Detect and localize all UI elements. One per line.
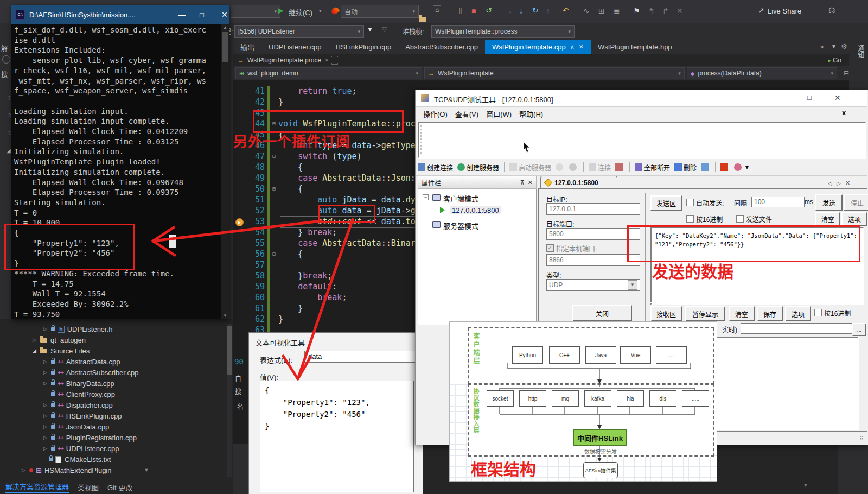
tcp-title-bar[interactable]: TCP&UDP测试工具 - [127.0.0.1:5800] — □ ✕ xyxy=(416,90,867,107)
type-combo-arrow-icon[interactable]: ▼ xyxy=(628,280,637,290)
notifications-side-tab[interactable]: 通知 xyxy=(856,45,865,58)
code-line[interactable]: 50⊟ { xyxy=(243,183,430,194)
properties-close-icon[interactable]: ✕ xyxy=(528,179,533,186)
auto-send-checkbox[interactable] xyxy=(686,199,694,206)
solution-scrollbar-thumb[interactable] xyxy=(227,326,232,375)
send-button[interactable]: 发送 xyxy=(815,194,843,211)
tcp-toolbar-new-connection[interactable]: 创建连接 xyxy=(418,163,453,172)
pin-icon[interactable]: ⊼ xyxy=(520,179,525,186)
editor-tab[interactable]: UDPListener.cpp xyxy=(261,40,329,54)
recv-clear-button[interactable]: 清空 xyxy=(729,306,755,321)
toolbar-combo-empty[interactable]: ▾ xyxy=(231,5,280,18)
expression-input[interactable]: data xyxy=(304,351,419,363)
expander-icon[interactable]: ▷ xyxy=(43,424,51,429)
menu-o[interactable]: 操作(O) xyxy=(423,109,448,119)
code-line[interactable]: 48 { xyxy=(243,162,430,173)
send-file-checkbox[interactable] xyxy=(736,215,744,223)
tcp-toolbar-delete[interactable]: 删除 xyxy=(674,163,697,172)
code-line[interactable]: 41 return true; xyxy=(243,86,430,97)
frame-bar-dropdown-icon[interactable]: ▾ xyxy=(326,58,328,63)
console-maximize-icon[interactable]: □ xyxy=(200,11,204,19)
expander-icon[interactable]: ▷ xyxy=(43,381,51,386)
tree-item-clientproxy-cpp[interactable]: ++ClientProxy.cpp xyxy=(0,389,227,400)
stop-icon[interactable]: ■ xyxy=(471,7,476,15)
tab-solution-explorer[interactable]: 解决方案资源管理器 xyxy=(5,481,69,493)
code-line[interactable]: 59 default: xyxy=(243,281,430,292)
fold-icon[interactable]: ⊟ xyxy=(270,183,278,194)
restart-icon[interactable]: ↺ xyxy=(486,6,492,15)
tab-pin-icon[interactable]: ⊼ xyxy=(570,43,575,50)
menu-w[interactable]: 窗口(W) xyxy=(486,109,512,119)
editor-tab[interactable]: 输出 xyxy=(233,40,261,54)
send-zone-button[interactable]: 发送区 xyxy=(650,195,682,211)
frame-bar-label[interactable]: WsfPluginTemplate.proce xyxy=(247,56,321,64)
tree-item-jsondata-cpp[interactable]: ▷++JsonData.cpp xyxy=(0,421,227,432)
process-combo[interactable]: [5156] UDPListener▾ xyxy=(234,25,364,38)
code-line[interactable]: 47⊟ switch (type) xyxy=(243,151,430,162)
tree-item-abstractdata-cpp[interactable]: ▷++AbstractData.cpp xyxy=(0,356,227,367)
code-line[interactable]: 56⊟ { xyxy=(243,249,430,259)
expander-icon[interactable]: ▷ xyxy=(43,326,51,332)
code-line[interactable]: 54 } break; xyxy=(243,227,430,238)
expander-icon[interactable]: ▷ xyxy=(43,446,51,451)
mdi-next-icon[interactable]: ▷ xyxy=(837,180,841,186)
pause-icon[interactable]: Ⅱ xyxy=(458,7,462,15)
autos-panel-fragment[interactable]: 自 xyxy=(235,373,241,383)
tab-git-changes[interactable]: Git 更改 xyxy=(107,482,132,492)
connection-tab[interactable]: 127.0.0.1:5800 xyxy=(540,176,617,189)
tree-item-udplistener-cpp[interactable]: ▷++UDPListener.cpp xyxy=(0,443,227,454)
breadcrumb-class[interactable]: → WsfPluginTemplate▾ xyxy=(424,67,685,79)
expander-icon[interactable]: ▷ xyxy=(43,435,51,440)
console-title-bar[interactable]: C:\ D:\AFSim\HSimSys\bin\mission.... — □… xyxy=(11,5,229,24)
step-over-icon[interactable]: ↻ xyxy=(532,6,539,15)
console-minimize-icon[interactable]: — xyxy=(178,10,186,19)
expander-icon[interactable]: ▷ xyxy=(43,402,51,408)
format-icon[interactable]: ∿ xyxy=(583,7,590,15)
tree-item-hslinkplugin-cpp[interactable]: ▷++HSLinkPlugin.cpp xyxy=(0,410,227,421)
breadcrumb-project[interactable]: ⊞ wsf_plugin_demo▾ xyxy=(235,67,422,79)
split-editor-icon[interactable]: ⊟ xyxy=(844,69,849,77)
interval-input[interactable]: 100 xyxy=(751,197,805,207)
code-line[interactable]: 58 }break; xyxy=(243,270,430,281)
undo-icon[interactable]: ↶ xyxy=(563,6,569,15)
tcp-mdi-close-icon[interactable]: x xyxy=(842,109,846,117)
code-line[interactable]: 57 xyxy=(243,259,430,270)
code-line[interactable]: 62} xyxy=(243,314,430,325)
expander-icon[interactable]: ▷ xyxy=(33,337,40,343)
send-options-button[interactable]: 选项 xyxy=(841,212,867,226)
step-into-icon[interactable]: ↓ xyxy=(519,7,523,15)
execution-pointer-icon[interactable]: ▶ xyxy=(235,218,244,226)
server-mode-node[interactable]: 服务器模式 xyxy=(443,220,478,231)
mdi-close-doc-icon[interactable]: ✕ xyxy=(845,180,850,187)
text-visualizer-window[interactable]: 文本可视化工具 表达式(E): data 值(V): { "Property1"… xyxy=(248,332,423,494)
value-textarea[interactable]: { "Property1": "123", "Property2": "456"… xyxy=(260,381,414,492)
code-line[interactable]: 49 case AbstractData::Json: xyxy=(243,173,430,183)
recv-zone-button[interactable]: 接收区 xyxy=(650,306,682,321)
tcp-toolbar-zero[interactable] xyxy=(720,163,730,171)
comment-icon[interactable]: ⊞ xyxy=(598,7,605,15)
close-connection-button[interactable]: 关闭 xyxy=(572,305,632,321)
tcp-toolbar-delete-all[interactable] xyxy=(701,163,710,171)
connection-node[interactable]: 127.0.0.1:5800 xyxy=(450,206,501,214)
save-button[interactable]: 保存 xyxy=(757,306,783,321)
tab-class-view[interactable]: 类视图 xyxy=(78,482,99,492)
editor-tab[interactable]: WsfPluginTemplate.cpp⊼✕ xyxy=(485,40,591,54)
tree-item-cmakelists-txt[interactable]: CMakeLists.txt xyxy=(0,454,227,465)
code-line[interactable]: 51 auto jData = data.dy xyxy=(243,194,430,205)
client-mode-node[interactable]: 客户端模式 xyxy=(443,193,478,204)
editor-tab[interactable]: WsfPluginTemplate.hpp xyxy=(591,40,679,54)
next-bookmark-icon[interactable]: ↱ xyxy=(662,7,669,15)
console-scrollbar-thumb[interactable] xyxy=(222,32,228,62)
feedback-icon[interactable]: ☊ xyxy=(828,6,835,15)
tcp-toolbar-plug-red[interactable] xyxy=(734,163,743,171)
recv-hex-checkbox[interactable] xyxy=(814,309,822,316)
target-ip-input[interactable]: 127.0.0.1 xyxy=(546,203,640,215)
tcp-minimize-icon[interactable]: — xyxy=(779,93,786,102)
search-panel-fragment[interactable]: 搜 xyxy=(235,387,241,396)
editor-tab[interactable]: HSLinkPlugin.cpp xyxy=(329,40,399,54)
stack-settings-icon[interactable]: ≣ xyxy=(572,26,577,33)
tree-item-abstractsubscriber-cpp[interactable]: ▷++AbstractSubscriber.cpp xyxy=(0,367,227,378)
code-line[interactable]: 60 break; xyxy=(243,292,430,303)
continue-dropdown-icon[interactable]: ▾ xyxy=(319,8,322,14)
flame-icon[interactable] xyxy=(330,6,340,16)
